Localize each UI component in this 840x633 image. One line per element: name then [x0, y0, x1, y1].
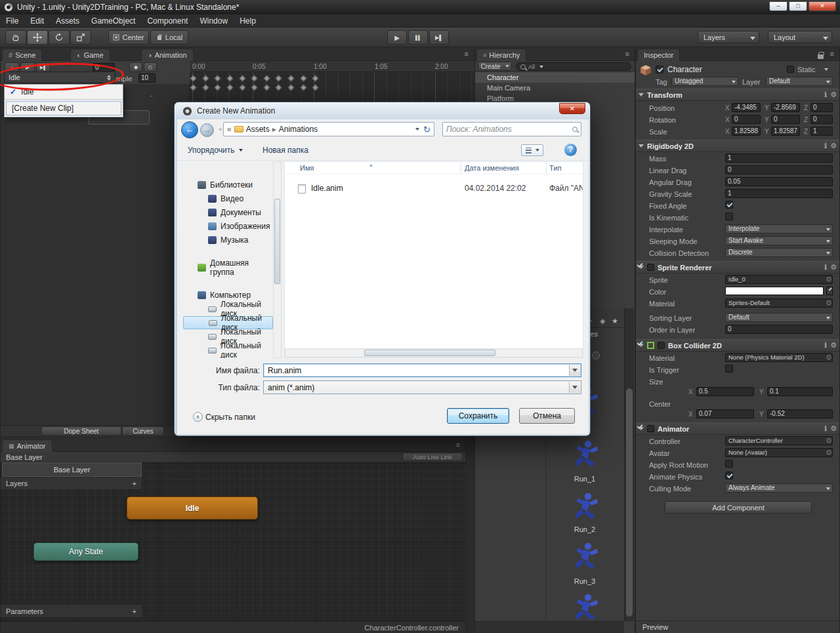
animator-breadcrumb[interactable]: Base Layer: [6, 453, 43, 462]
breadcrumb-animations[interactable]: Animations: [279, 125, 318, 134]
sample-field[interactable]: 10: [138, 73, 156, 83]
object-picker-icon[interactable]: ⊙: [826, 299, 831, 307]
back-button[interactable]: ←: [181, 121, 198, 138]
color-swatch[interactable]: [725, 287, 824, 295]
help-icon[interactable]: ℹ: [824, 91, 827, 99]
sidebar-item-video[interactable]: Видео: [183, 192, 273, 205]
tab-animator[interactable]: ▦Animator: [2, 439, 52, 452]
forward-button[interactable]: →: [200, 123, 214, 137]
tab-inspector[interactable]: Inspector: [637, 49, 680, 61]
gameobject-name[interactable]: Character: [667, 65, 702, 74]
layer-item-base-layer[interactable]: Base Layer: [2, 462, 142, 477]
sidebar-item-documents[interactable]: Документы: [183, 206, 273, 219]
tab-animation[interactable]: ◑Animation: [141, 49, 194, 61]
panel-menu-icon[interactable]: ≡: [465, 50, 469, 58]
component-enabled-checkbox[interactable]: [647, 264, 654, 271]
auto-live-link-button[interactable]: Auto Live Link: [402, 453, 463, 461]
hand-tool-icon[interactable]: [5, 30, 26, 45]
maximize-button[interactable]: □: [789, 1, 807, 11]
sidebar-item-disk-f[interactable]: Локальный диск: [183, 344, 273, 357]
add-component-button[interactable]: Add Component: [665, 501, 812, 514]
pivot-center-button[interactable]: Center: [108, 30, 149, 45]
new-folder-button[interactable]: Новая папка: [262, 146, 308, 155]
gear-icon[interactable]: ⚙: [830, 341, 837, 350]
animator-graph[interactable]: Base Layer Layers + Idle Any State Param…: [1, 462, 467, 621]
sprite-thumbnail-run1[interactable]: [568, 438, 602, 471]
cancel-button[interactable]: Отмена: [519, 408, 575, 424]
state-node-any-state[interactable]: Any State: [33, 542, 138, 561]
tab-hierarchy[interactable]: ≡Hierarchy: [476, 49, 526, 61]
fixed-angle-checkbox[interactable]: [725, 201, 733, 209]
linear-drag-field[interactable]: 0: [725, 165, 833, 174]
gear-icon[interactable]: ⚙: [830, 91, 837, 99]
address-breadcrumb[interactable]: « Assets ▸ Animations ↻: [223, 122, 434, 136]
component-enabled-checkbox[interactable]: [647, 425, 654, 432]
add-keyframe-button[interactable]: ◆: [129, 62, 142, 72]
component-enabled-checkbox[interactable]: [658, 342, 665, 349]
curves-button[interactable]: Curves: [122, 426, 164, 436]
angular-drag-field[interactable]: 0.05: [725, 177, 833, 186]
help-icon[interactable]: ?: [564, 144, 577, 156]
inspector-menu-icon[interactable]: ≡: [830, 50, 834, 58]
column-date[interactable]: Дата изменения: [465, 164, 519, 172]
star-icon[interactable]: ★: [612, 316, 618, 325]
sprite-thumbnail-partial[interactable]: [568, 592, 602, 624]
timeline-ruler[interactable]: 0:00 0:05 1:00 1:05 2:00: [190, 61, 475, 72]
layout-dropdown[interactable]: Layout: [768, 31, 832, 43]
menu-gameobject[interactable]: GameObject: [85, 14, 141, 27]
clip-popup-create-new[interactable]: [Create New Clip]: [6, 101, 121, 115]
minimize-button[interactable]: –: [769, 1, 788, 11]
hide-folders-button[interactable]: ∧ Скрыть папки: [193, 412, 255, 422]
gravity-scale-field[interactable]: 1: [725, 189, 833, 198]
controller-object-field[interactable]: CharacterController⊙: [725, 436, 833, 445]
save-button[interactable]: Сохранить: [447, 408, 509, 424]
object-picker-icon[interactable]: ⊙: [826, 437, 831, 445]
rigidbody2d-header[interactable]: Rigidbody 2D ℹ⚙: [636, 140, 839, 152]
avatar-object-field[interactable]: None (Avatar)⊙: [725, 448, 833, 457]
close-button[interactable]: ✕: [808, 1, 836, 11]
layer-dropdown[interactable]: Default: [766, 77, 833, 86]
menu-file[interactable]: File: [0, 14, 24, 27]
is-trigger-checkbox[interactable]: [725, 365, 733, 373]
preview-bar[interactable]: Preview: [636, 621, 839, 633]
position-x-field[interactable]: -4.3485: [732, 103, 761, 112]
collision-detection-dropdown[interactable]: Discrete: [725, 248, 833, 257]
hierarchy-search-input[interactable]: All: [516, 62, 631, 71]
menu-assets[interactable]: Assets: [50, 14, 85, 27]
move-tool-icon[interactable]: [27, 30, 48, 45]
animator-menu-icon[interactable]: ≡: [456, 441, 460, 449]
position-z-field[interactable]: 0: [810, 103, 833, 112]
menu-edit[interactable]: Edit: [24, 14, 50, 27]
center-y-field[interactable]: -0.52: [767, 409, 833, 419]
tab-scene[interactable]: #Scene: [2, 49, 42, 61]
help-icon[interactable]: ℹ: [824, 341, 827, 350]
project-scrollbar[interactable]: [624, 308, 634, 621]
dialog-search-input[interactable]: Поиск: Animations: [442, 122, 581, 136]
sprite-label-run2[interactable]: Run_2: [545, 525, 624, 533]
rotation-y-field[interactable]: 0: [771, 115, 800, 124]
play-button[interactable]: ▶: [387, 30, 407, 45]
hierarchy-item-main-camera[interactable]: Main Camera: [475, 83, 635, 93]
rotation-z-field[interactable]: 0: [810, 115, 833, 124]
filename-combo[interactable]: Run.anim: [263, 363, 581, 377]
scale-y-field[interactable]: 1.82587: [771, 127, 800, 136]
sidebar-item-homegroup[interactable]: Домашняя группа: [183, 261, 273, 274]
splitter-handle[interactable]: -: [150, 91, 153, 100]
history-dropdown-icon[interactable]: [219, 129, 222, 131]
animate-physics-checkbox[interactable]: [725, 472, 733, 480]
order-in-layer-field[interactable]: 0: [725, 325, 833, 334]
help-icon[interactable]: ℹ: [824, 424, 827, 433]
pivot-local-button[interactable]: Local: [150, 30, 188, 45]
menu-component[interactable]: Component: [141, 14, 194, 27]
step-button[interactable]: ▶▌: [429, 30, 449, 45]
dope-sheet-button[interactable]: Dope Sheet: [41, 426, 121, 436]
project-scrollbar-thumb[interactable]: [626, 388, 633, 617]
tab-game[interactable]: ◐Game: [70, 49, 110, 61]
size-x-field[interactable]: 0.5: [696, 387, 754, 396]
menu-window[interactable]: Window: [194, 14, 234, 27]
sidebar-item-music[interactable]: Музыка: [183, 234, 273, 247]
filetype-combo[interactable]: anim (*.anim): [263, 380, 581, 394]
sprite-object-field[interactable]: Idle_0⊙: [725, 275, 833, 284]
create-button[interactable]: Create: [478, 62, 512, 71]
column-type[interactable]: Тип: [549, 164, 561, 172]
